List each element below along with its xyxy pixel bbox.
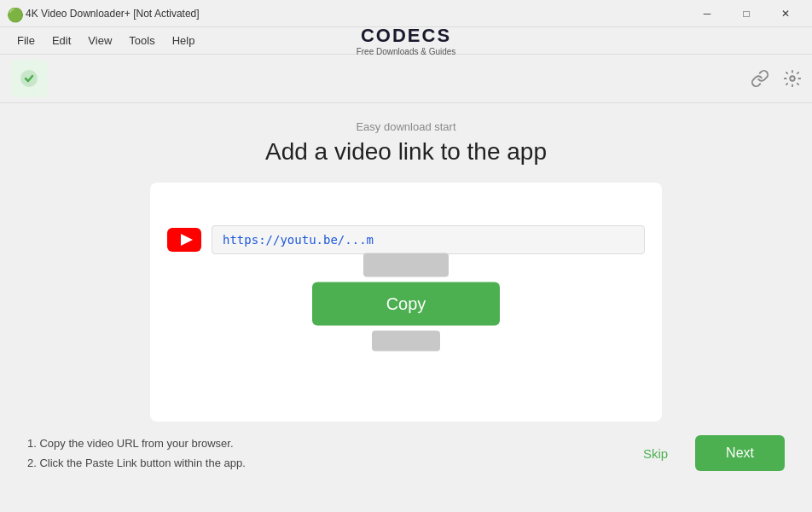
paste-link-button[interactable] [10, 60, 48, 97]
close-button[interactable]: ✕ [766, 0, 805, 27]
menu-file[interactable]: File [10, 31, 42, 50]
url-row: https://youtu.be/...m [167, 225, 645, 254]
popup-bar-bottom [372, 331, 440, 352]
codecs-title: CODECS [357, 25, 456, 47]
copy-button[interactable]: Copy [312, 282, 500, 326]
menu-help[interactable]: Help [165, 31, 202, 50]
window-controls: ─ □ ✕ [687, 0, 805, 27]
main-content: Easy download start Add a video link to … [0, 103, 812, 512]
instructions-text: 1. Copy the video URL from your browser.… [27, 433, 246, 474]
minimize-button[interactable]: ─ [687, 0, 727, 27]
svg-point-1 [790, 76, 795, 81]
maximize-button[interactable]: □ [727, 0, 766, 27]
paste-icon [19, 68, 39, 89]
popup-bar-top [363, 253, 449, 277]
menu-view[interactable]: View [81, 31, 119, 50]
link-icon-button[interactable] [751, 69, 769, 88]
settings-icon [783, 69, 802, 88]
menu-tools[interactable]: Tools [122, 31, 161, 50]
app-icon: 🟢 [7, 7, 20, 20]
skip-button[interactable]: Skip [626, 438, 685, 469]
codecs-subtitle: Free Downloads & Guides [357, 47, 456, 56]
app-header: File Edit View Tools Help CODECS Free Do… [0, 27, 812, 55]
bottom-buttons: Skip Next [626, 435, 785, 471]
url-text: https://youtu.be/...m [223, 233, 374, 247]
youtube-icon [167, 227, 201, 253]
codecs-logo: CODECS Free Downloads & Guides [357, 25, 456, 56]
url-bar: https://youtu.be/...m [212, 225, 645, 254]
next-button[interactable]: Next [695, 435, 785, 471]
menu-bar: File Edit View Tools Help [10, 31, 201, 50]
instructions-bar: 1. Copy the video URL from your browser.… [14, 422, 798, 486]
title-bar-text: 4K Video Downloader+ [Not Activated] [26, 8, 687, 20]
instruction-line1: 1. Copy the video URL from your browser. [27, 433, 246, 453]
instruction-line2: 2. Click the Paste Link button within th… [27, 453, 246, 473]
toolbar [0, 55, 812, 103]
subtitle-text: Easy download start [356, 120, 455, 133]
demo-box: https://youtu.be/...m Copy [150, 183, 662, 422]
main-title: Add a video link to the app [265, 138, 547, 166]
settings-button[interactable] [783, 69, 802, 88]
toolbar-right [751, 69, 802, 88]
title-bar: 🟢 4K Video Downloader+ [Not Activated] ─… [0, 0, 812, 27]
copy-popup: Copy [312, 253, 500, 352]
menu-edit[interactable]: Edit [45, 31, 78, 50]
toolbar-left [10, 60, 48, 97]
link-icon [751, 69, 769, 88]
